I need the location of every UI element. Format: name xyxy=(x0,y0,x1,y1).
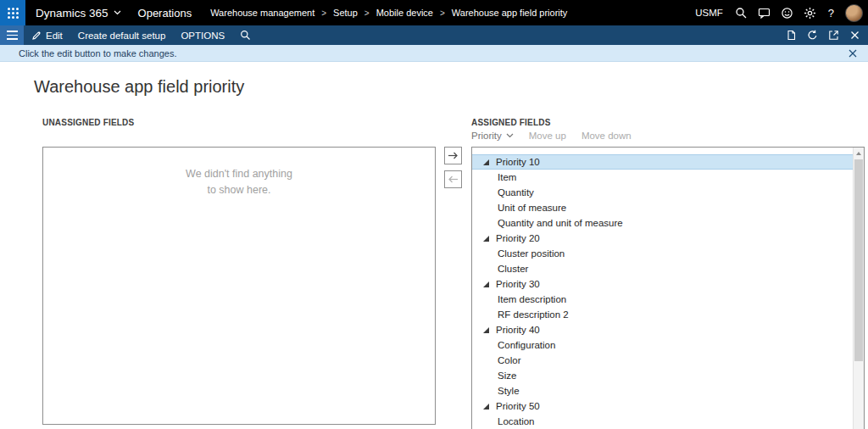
expander-icon[interactable] xyxy=(483,236,489,242)
unassign-left-button[interactable] xyxy=(444,170,462,188)
assigned-tree: Priority 10ItemQuantityUnit of measureQu… xyxy=(472,148,853,429)
options-menu-button[interactable]: OPTIONS xyxy=(173,25,232,45)
expander-icon[interactable] xyxy=(483,281,489,287)
arrow-left-icon xyxy=(448,176,459,183)
settings-gear-icon[interactable] xyxy=(804,6,817,20)
notification-message: Click the edit button to make changes. xyxy=(19,48,177,58)
unassigned-fields-list[interactable]: We didn't find anything to show here. xyxy=(42,147,436,425)
waffle-icon xyxy=(8,8,19,19)
smiley-icon[interactable] xyxy=(781,6,794,20)
product-name: Dynamics 365 xyxy=(36,7,108,20)
move-down-button[interactable]: Move down xyxy=(581,131,632,141)
close-icon[interactable] xyxy=(847,27,863,43)
assigned-fields-label: ASSIGNED FIELDS xyxy=(471,118,551,127)
create-default-setup-label: Create default setup xyxy=(78,31,166,41)
move-up-button[interactable]: Move up xyxy=(529,131,566,141)
popout-icon[interactable] xyxy=(826,27,842,43)
topbar-right-controls: USMF ? xyxy=(695,4,868,22)
breadcrumb-separator: > xyxy=(321,8,326,18)
tree-item-row[interactable]: Style xyxy=(472,383,853,398)
tree-group-label: Priority 10 xyxy=(496,157,540,167)
tree-group-row[interactable]: Priority 10 xyxy=(472,154,853,170)
app-launcher-waffle-button[interactable] xyxy=(0,0,25,25)
tree-group-label: Priority 50 xyxy=(496,401,540,411)
options-label: OPTIONS xyxy=(181,31,225,41)
avatar[interactable] xyxy=(845,4,863,22)
empty-state-line2: to show here. xyxy=(43,182,435,198)
tree-group-row[interactable]: Priority 20 xyxy=(472,231,853,246)
expander-icon[interactable] xyxy=(483,159,489,165)
tree-group-row[interactable]: Priority 30 xyxy=(472,276,853,292)
breadcrumb-separator: > xyxy=(364,8,370,18)
tree-group-label: Priority 40 xyxy=(496,325,540,335)
tree-group-row[interactable]: Priority 50 xyxy=(472,398,853,414)
assign-right-button[interactable] xyxy=(444,147,462,164)
search-icon[interactable] xyxy=(735,6,748,20)
edit-button[interactable]: Edit xyxy=(24,25,70,45)
arrow-right-icon xyxy=(448,152,459,159)
tree-item-row[interactable]: Quantity xyxy=(472,185,853,200)
breadcrumb: Warehouse management>Setup>Mobile device… xyxy=(210,8,567,18)
empty-state-line1: We didn't find anything xyxy=(43,166,435,182)
tree-item-row[interactable]: Item xyxy=(472,170,853,185)
notification-bar: Click the edit button to make changes. xyxy=(0,45,868,62)
notification-close-icon[interactable] xyxy=(846,47,860,60)
product-menu[interactable]: Dynamics 365 xyxy=(36,7,121,20)
page-search-button[interactable] xyxy=(232,25,259,45)
transfer-buttons xyxy=(444,147,462,188)
breadcrumb-item[interactable]: Warehouse management xyxy=(210,8,314,18)
page-content: Warehouse app field priority UNASSIGNED … xyxy=(0,62,868,429)
tree-item-row[interactable]: Cluster position xyxy=(472,246,853,261)
refresh-icon[interactable] xyxy=(804,27,821,43)
scrollbar-thumb[interactable] xyxy=(854,159,863,361)
edit-button-label: Edit xyxy=(46,31,63,41)
priority-dropdown-button[interactable]: Priority xyxy=(471,131,514,141)
breadcrumb-item[interactable]: Setup xyxy=(333,8,358,18)
hamburger-icon xyxy=(7,31,18,40)
tree-item-row[interactable]: Quantity and unit of measure xyxy=(472,215,853,231)
vertical-scrollbar[interactable] xyxy=(853,148,864,429)
tree-group-label: Priority 20 xyxy=(496,233,540,243)
breadcrumb-separator: > xyxy=(440,8,445,18)
action-pane: Edit Create default setup OPTIONS xyxy=(0,25,868,45)
assigned-fields-list: Priority 10ItemQuantityUnit of measureQu… xyxy=(471,147,865,429)
breadcrumb-item[interactable]: Warehouse app field priority xyxy=(452,8,568,18)
company-selector[interactable]: USMF xyxy=(695,8,723,18)
chevron-down-icon xyxy=(506,133,514,138)
tree-item-row[interactable]: Location xyxy=(472,414,853,429)
tree-item-row[interactable]: Item description xyxy=(472,292,853,307)
attachments-icon[interactable] xyxy=(783,27,799,43)
unassigned-fields-label: UNASSIGNED FIELDS xyxy=(42,118,134,127)
tree-item-row[interactable]: Color xyxy=(472,353,853,368)
help-icon[interactable]: ? xyxy=(826,7,836,20)
assigned-toolbar: Priority Move up Move down xyxy=(471,131,632,141)
expander-icon[interactable] xyxy=(483,327,489,333)
tree-item-row[interactable]: RF description 2 xyxy=(472,307,853,322)
breadcrumb-item[interactable]: Mobile device xyxy=(376,8,433,18)
action-pane-right-controls xyxy=(783,27,868,43)
scroll-up-arrow-icon[interactable] xyxy=(854,148,864,159)
create-default-setup-button[interactable]: Create default setup xyxy=(70,25,174,45)
tree-group-label: Priority 30 xyxy=(496,279,540,289)
page-title: Warehouse app field priority xyxy=(34,77,244,97)
tree-item-row[interactable]: Configuration xyxy=(472,337,853,353)
tree-item-row[interactable]: Unit of measure xyxy=(472,200,853,215)
pencil-icon xyxy=(31,31,42,41)
top-navigation-bar: Dynamics 365 Operations Warehouse manage… xyxy=(0,0,868,25)
empty-state-message: We didn't find anything to show here. xyxy=(43,166,435,199)
feedback-icon[interactable] xyxy=(758,6,771,20)
search-icon xyxy=(240,30,251,41)
priority-dropdown-label: Priority xyxy=(471,131,502,141)
tree-item-row[interactable]: Cluster xyxy=(472,261,853,276)
tree-group-row[interactable]: Priority 40 xyxy=(472,322,853,337)
expander-icon[interactable] xyxy=(483,404,489,410)
nav-menu-toggle-button[interactable] xyxy=(0,25,24,45)
app-name[interactable]: Operations xyxy=(138,7,192,20)
chevron-down-icon xyxy=(114,10,121,15)
tree-item-row[interactable]: Size xyxy=(472,368,853,383)
